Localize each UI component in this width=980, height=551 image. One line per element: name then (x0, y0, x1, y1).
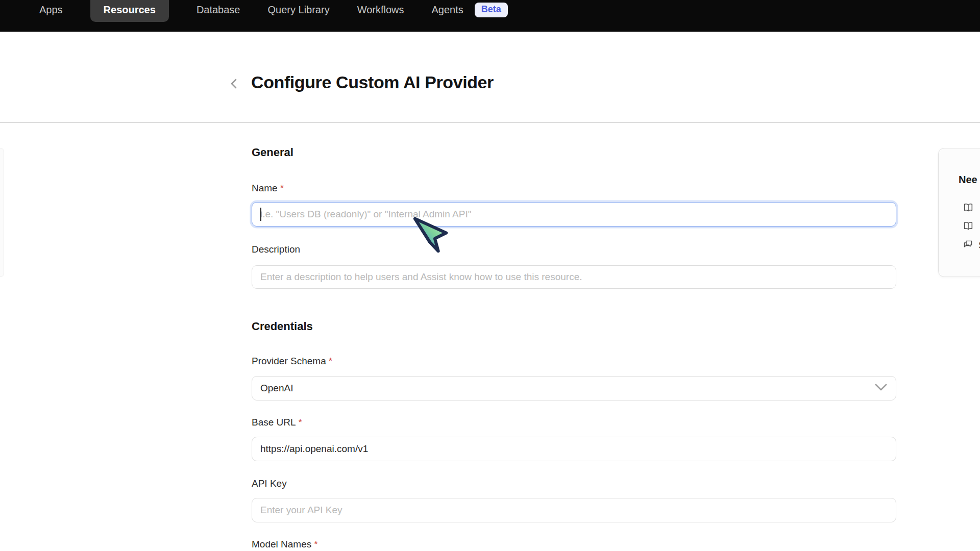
book-icon (963, 202, 974, 216)
provider-schema-value: OpenAI (260, 383, 293, 394)
credentials-section-heading: Credentials (252, 320, 313, 333)
back-button[interactable] (227, 77, 242, 92)
provider-schema-label: Provider Schema* (252, 356, 332, 367)
tab-resources[interactable]: Resources (90, 0, 169, 22)
left-card-edge (0, 148, 4, 277)
description-input[interactable] (252, 265, 896, 289)
required-asterisk: * (314, 539, 317, 549)
chat-icon (963, 239, 973, 252)
help-link-support[interactable]: S (963, 239, 980, 252)
chevron-left-icon (229, 77, 240, 92)
api-key-label: API Key (252, 478, 287, 489)
required-asterisk: * (280, 183, 284, 193)
description-label: Description (252, 244, 300, 255)
help-panel-title: Nee (959, 174, 980, 186)
required-asterisk: * (299, 417, 302, 428)
tab-database[interactable]: Database (197, 4, 240, 16)
chevron-down-icon (874, 383, 888, 393)
name-input[interactable] (252, 202, 896, 227)
book-icon (963, 220, 974, 234)
text-caret (260, 208, 261, 221)
base-url-input[interactable] (252, 437, 896, 461)
api-key-input[interactable] (252, 498, 896, 522)
required-asterisk: * (329, 356, 332, 366)
page-root: Apps Resources Database Query Library Wo… (0, 0, 980, 551)
name-label: Name* (252, 183, 284, 194)
general-section-heading: General (252, 146, 293, 159)
model-names-label: Model Names* (252, 539, 318, 550)
tab-apps[interactable]: Apps (39, 4, 63, 16)
help-panel: Nee (938, 148, 980, 277)
help-link-docs-1[interactable] (963, 202, 979, 216)
help-link-docs-2[interactable] (963, 220, 979, 234)
base-url-label: Base URL* (252, 417, 302, 428)
name-field-wrap (252, 202, 896, 227)
provider-schema-select[interactable]: OpenAI (252, 376, 896, 400)
provider-form: General Name* Description Credentials Pr… (252, 0, 896, 551)
